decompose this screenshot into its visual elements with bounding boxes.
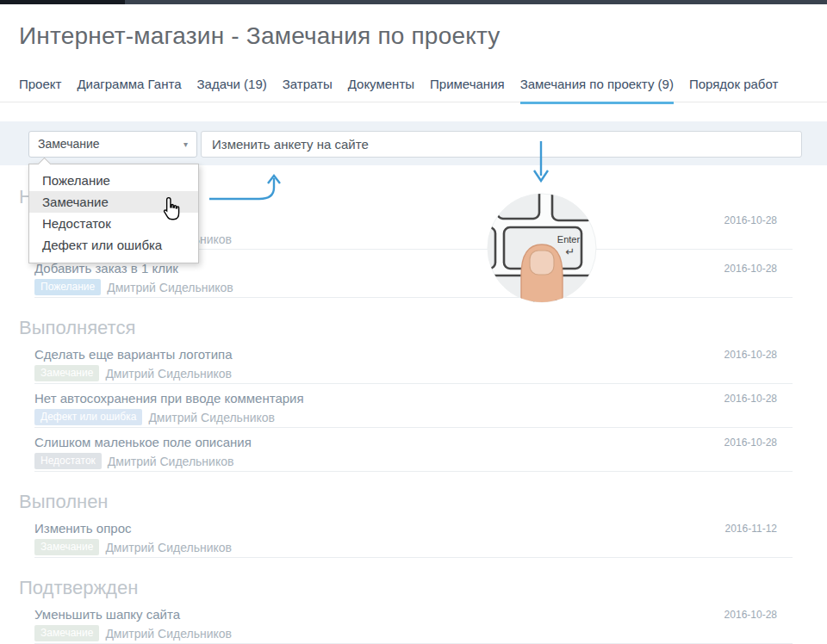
issue-meta: ЗамечаниеДмитрий Сидельников bbox=[34, 625, 232, 641]
issue-date: 2016-10-28 bbox=[724, 263, 777, 275]
issue-title[interactable]: Нет автосохранения при вводе комментария bbox=[34, 391, 793, 406]
issue-type-select[interactable]: Замечание ▾ bbox=[28, 131, 197, 158]
issue-author: Дмитрий Сидельников bbox=[105, 541, 232, 554]
issue-author: Дмитрий Сидельников bbox=[105, 627, 232, 641]
issue-type-badge: Замечание bbox=[34, 365, 99, 381]
issue-row[interactable]: Добавить заказ в 1 кликПожеланиеДмитрий … bbox=[34, 261, 793, 306]
issue-type-badge: Дефект или ошибка bbox=[34, 409, 142, 425]
issue-row[interactable]: Уменьшить шапку сайтаЗамечаниеДмитрий Си… bbox=[34, 607, 793, 644]
issue-author: Дмитрий Сидельников bbox=[148, 411, 275, 424]
issue-type-badge: Пожелание bbox=[34, 279, 101, 295]
issue-meta: ЗамечаниеДмитрий Сидельников bbox=[34, 539, 232, 555]
section-header: Выполнен bbox=[19, 491, 109, 513]
issue-date: 2016-10-28 bbox=[724, 609, 777, 621]
issue-title[interactable]: Изменить опрос bbox=[34, 521, 793, 536]
issue-row[interactable]: Изменить опросЗамечаниеДмитрий Сидельник… bbox=[34, 521, 793, 566]
issue-type-select-value: Замечание bbox=[38, 137, 100, 151]
issue-type-badge: Замечание bbox=[34, 625, 99, 641]
issue-row[interactable]: Нет автосохранения при вводе комментария… bbox=[34, 391, 793, 436]
dropdown-option-0[interactable]: Пожелание bbox=[29, 170, 198, 191]
new-issue-input[interactable] bbox=[201, 131, 802, 158]
issue-date: 2016-11-12 bbox=[725, 523, 778, 535]
issue-meta: НедостатокДмитрий Сидельников bbox=[34, 453, 233, 469]
issue-row[interactable]: Слишком маленькое поле описанияНедостато… bbox=[34, 435, 793, 480]
arrow-up-annotation bbox=[205, 169, 284, 205]
issue-row[interactable]: Сделать еще варианты логотипаЗамечаниеДм… bbox=[34, 347, 793, 392]
issue-author: Дмитрий Сидельников bbox=[107, 281, 233, 294]
issue-title[interactable]: Слишком маленькое поле описания bbox=[34, 435, 793, 450]
keyboard-key bbox=[497, 189, 539, 219]
issue-title[interactable]: Сделать еще варианты логотипа bbox=[34, 347, 793, 362]
section-header: Подтвержден bbox=[19, 577, 138, 599]
issue-meta: ПожеланиеДмитрий Сидельников bbox=[34, 279, 233, 295]
enter-key-image: Enter ↵ bbox=[483, 189, 600, 307]
dropdown-option-3[interactable]: Дефект или ошибка bbox=[29, 234, 198, 256]
issue-type-badge: Недостаток bbox=[34, 453, 102, 469]
keyboard-key bbox=[552, 189, 594, 220]
issue-date: 2016-10-28 bbox=[724, 393, 777, 405]
section-header: Выполняется bbox=[19, 317, 135, 339]
cursor-hand-icon bbox=[160, 196, 183, 222]
issue-type-badge: Замечание bbox=[34, 539, 99, 555]
issue-date: 2016-10-28 bbox=[724, 349, 777, 361]
issues-list: НовыйЗамечаниеДмитрий Сидельников2016-10… bbox=[0, 0, 827, 644]
issue-meta: Дефект или ошибкаДмитрий Сидельников bbox=[34, 409, 275, 425]
issue-author: Дмитрий Сидельников bbox=[108, 455, 234, 468]
return-arrow-icon: ↵ bbox=[566, 245, 575, 258]
fingernail-image bbox=[530, 251, 554, 275]
app-root: { "page_title": "Интернет-магазин - Заме… bbox=[0, 0, 827, 644]
issue-date: 2016-10-28 bbox=[724, 437, 777, 449]
issue-date: 2016-10-28 bbox=[724, 214, 777, 226]
arrow-down-annotation bbox=[531, 136, 553, 188]
issue-author: Дмитрий Сидельников bbox=[105, 367, 232, 381]
issue-title[interactable]: Уменьшить шапку сайта bbox=[34, 607, 793, 622]
issue-meta: ЗамечаниеДмитрий Сидельников bbox=[34, 365, 232, 381]
enter-key-label: Enter bbox=[557, 234, 581, 245]
chevron-down-icon: ▾ bbox=[183, 132, 188, 157]
